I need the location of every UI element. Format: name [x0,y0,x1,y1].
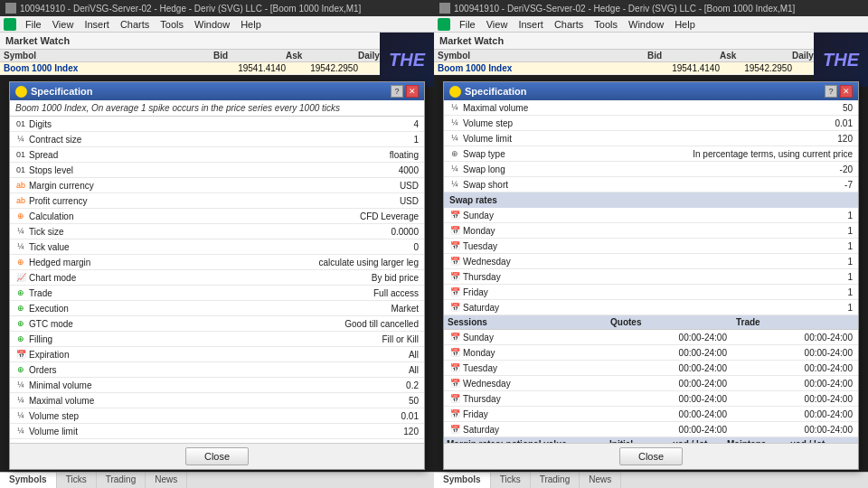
sessions-trade-value: 00:00-24:00 [732,362,858,374]
menu-window-left[interactable]: Window [189,18,235,31]
sessions-day-label: 📅 Sunday [444,331,607,343]
menu-view-left[interactable]: View [47,18,80,31]
spec-row-icon: ¼ [449,102,460,113]
spec-label-text: Maximal volume [463,103,528,113]
menu-help-left[interactable]: Help [235,18,267,31]
tab-ticks-right[interactable]: Ticks [491,473,531,488]
dialog-desc-left: Boom 1000 Index, On average 1 spike occu… [10,100,424,117]
col-symbol-left: Symbol [4,51,213,61]
spec-label-text: Chart mode [29,273,76,283]
swap-day-row: 📅 Sunday 1 [444,208,858,223]
sessions-col-quotes: Quotes [607,315,732,329]
tab-news-left[interactable]: News [146,473,187,488]
spec-dialog-right: Specification ? ✕ ¼ Maximal volume 50 ¼ … [443,81,859,470]
spec-row-icon: ¼ [15,226,26,237]
spec-row: ¼ Volume limit 120 [10,424,424,439]
sessions-trade-value: 00:00-24:00 [732,347,858,359]
sessions-title: Sessions [444,315,607,329]
dialog-close-btn-left[interactable]: ✕ [406,85,419,98]
spec-row: ⊕ Filling Fill or Kill [10,332,424,347]
spec-row: 01 Digits 4 [10,117,424,132]
spec-label: ⊕ GTC mode [10,317,173,330]
swap-day-label: 📅 Saturday [444,301,607,314]
swap-day-row: 📅 Monday 1 [444,223,858,239]
swap-day-label: 📅 Wednesday [444,255,607,267]
dialog-controls-right: ? ✕ [825,85,853,98]
swap-day-text: Thursday [463,272,501,282]
spec-value: By bid price [173,272,424,284]
calendar-icon: 📅 [449,362,460,373]
menu-file-right[interactable]: File [454,18,481,31]
spec-row: ¼ Volume step 0.01 [444,116,858,131]
app-icon-right [439,3,450,14]
dialog-close-btn-right[interactable]: ✕ [840,85,853,98]
sessions-col-trade: Trade [732,315,858,329]
menu-tools-right[interactable]: Tools [589,18,623,31]
spec-label-text: Minimal volume [29,380,91,390]
spec-label: ¼ Swap short [444,178,607,191]
tab-news-right[interactable]: News [580,473,621,488]
spec-row: ¼ Maximal volume 50 [10,393,424,408]
dialog-title-left: Specification [15,86,92,98]
menu-window-right[interactable]: Window [623,18,669,31]
menu-file-left[interactable]: File [20,18,47,31]
spec-value: 0.01 [173,410,424,422]
col-symbol-right: Symbol [438,51,647,61]
spec-label: 01 Stops level [10,164,173,176]
dialog-footer-right: Close [444,443,858,469]
mw-row-boom-left[interactable]: Boom 1000 Index 19541.4140 19542.2950 0.… [0,62,434,75]
market-watch-header-right: Market Watch ✕ [434,33,868,50]
menu-tools-left[interactable]: Tools [155,18,189,31]
dialog-titlebar-left: Specification ? ✕ [10,82,424,100]
mw-row-boom-right[interactable]: Boom 1000 Index 19541.4140 19542.2950 0.… [434,62,868,75]
spec-row: ⊕ Execution Market [10,301,424,316]
sessions-trade-value: 00:00-24:00 [732,378,858,389]
tab-ticks-left[interactable]: Ticks [57,473,97,488]
tab-trading-right[interactable]: Trading [531,473,580,488]
spec-label: ¼ Contract size [10,133,173,145]
menu-help-right[interactable]: Help [669,18,701,31]
dialog-help-left[interactable]: ? [391,85,403,98]
sessions-row: 📅 Saturday 00:00-24:00 00:00-24:00 [444,422,858,437]
swap-day-text: Saturday [463,303,499,313]
left-menu-bar: File View Insert Charts Tools Window Hel… [0,16,434,33]
close-button-left[interactable]: Close [185,447,249,465]
menu-view-right[interactable]: View [481,18,514,31]
tab-symbols-right[interactable]: Symbols [434,473,491,488]
swap-day-value: 1 [607,286,858,298]
menu-insert-right[interactable]: Insert [513,18,549,31]
sessions-quotes-value: 00:00-24:00 [607,393,732,405]
tab-trading-left[interactable]: Trading [97,473,146,488]
spec-value: In percentage terms, using current price [607,148,858,160]
spec-content-right[interactable]: ¼ Maximal volume 50 ¼ Volume step 0.01 ¼… [444,100,858,443]
tab-symbols-left[interactable]: Symbols [0,473,57,488]
sessions-quotes-value: 00:00-24:00 [607,347,732,359]
menu-charts-right[interactable]: Charts [549,18,589,31]
spec-label: ⊕ Filling [10,333,173,345]
spec-dialog-left: Specification ? ✕ Boom 1000 Index, On av… [9,81,425,470]
spec-value: All [173,349,424,361]
calendar-icon: 📅 [449,424,460,435]
menu-insert-left[interactable]: Insert [79,18,115,31]
calendar-icon: 📅 [449,240,460,251]
menu-charts-left[interactable]: Charts [115,18,155,31]
swap-day-label: 📅 Monday [444,224,607,237]
spec-value: 4000 [173,164,424,176]
dialog-titlebar-right: Specification ? ✕ [444,82,858,100]
spec-row: ¼ Minimal volume 0.2 [10,378,424,393]
spec-value: floating [173,149,424,161]
dialog-help-right[interactable]: ? [825,85,837,98]
sessions-header: Sessions Quotes Trade [444,315,858,330]
sessions-row: 📅 Thursday 00:00-24:00 00:00-24:00 [444,391,858,407]
calendar-icon: 📅 [449,408,460,419]
close-button-right[interactable]: Close [619,447,683,465]
spec-row: ¼ Volume step 0.01 [10,408,424,424]
spec-content-left[interactable]: 01 Digits 4 ¼ Contract size 1 01 Spread … [10,117,424,443]
spec-row-icon: 📈 [15,272,26,283]
app-icon-left [5,3,16,14]
spec-row-icon: 01 [15,149,26,160]
spec-value: CFD Leverage [173,211,424,222]
right-window-title: 100941910 - DeriVSG-Server-02 - Hedge - … [454,4,795,14]
left-window-title: 100941910 - DeriVSG-Server-02 - Hedge - … [20,4,361,14]
spec-value: calculate using larger leg [173,257,424,268]
